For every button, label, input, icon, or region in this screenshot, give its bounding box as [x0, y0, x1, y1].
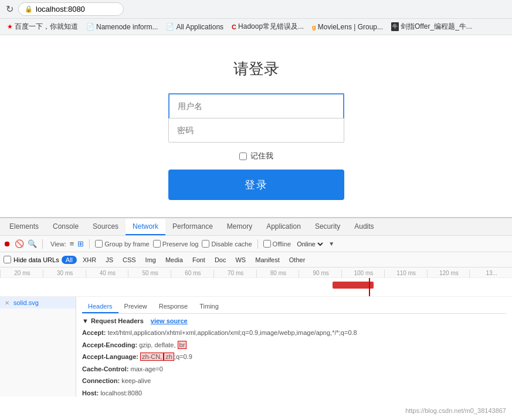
timeline-item — [333, 282, 374, 289]
filter-all[interactable]: All — [62, 256, 77, 264]
timeline-area: 20 ms 30 ms 40 ms 50 ms 60 ms 70 ms 80 m… — [0, 267, 512, 297]
preserve-log-checkbox[interactable] — [153, 240, 161, 248]
detail-tab-headers[interactable]: Headers — [82, 300, 118, 313]
filter-manifest[interactable]: Manifest — [252, 256, 283, 264]
tab-security[interactable]: Security — [308, 219, 347, 235]
url-bar[interactable]: 🔒 localhost:8080 — [18, 2, 124, 16]
bookmark-namenode[interactable]: 📄 Namenode inform... — [84, 22, 160, 32]
header-cache-control: Cache-Control: max-age=0 — [82, 363, 506, 375]
detail-tab-preview[interactable]: Preview — [118, 300, 153, 313]
filter-img[interactable]: Img — [142, 256, 160, 264]
lang-highlight-cn: zh-CN, — [140, 353, 164, 361]
separator-3 — [257, 239, 258, 249]
detail-tab-response[interactable]: Response — [153, 300, 194, 313]
doc-icon2: 📄 — [166, 23, 174, 31]
bookmark-movielens-label: MovieLens | Group... — [318, 23, 383, 31]
tick-110ms: 110 ms — [384, 270, 427, 277]
separator-1 — [42, 239, 43, 249]
jianzhi-icon: 牛 — [391, 22, 399, 31]
filter-css[interactable]: CSS — [119, 256, 140, 264]
detail-tab-timing[interactable]: Timing — [194, 300, 225, 313]
tab-network[interactable]: Network — [126, 219, 165, 235]
bookmark-jianzhi-label: 剑指Offer_编程题_牛... — [401, 22, 472, 32]
bookmark-jianzhi[interactable]: 牛 剑指Offer_编程题_牛... — [389, 21, 474, 33]
devtools-tabs: Elements Console Sources Network Perform… — [0, 218, 512, 236]
file-name: solid.svg — [13, 299, 39, 306]
filter-doc[interactable]: Doc — [211, 256, 230, 264]
reload-icon[interactable]: ↻ — [6, 4, 13, 15]
tab-elements[interactable]: Elements — [2, 219, 46, 235]
movielens-icon: g — [312, 23, 316, 31]
filter-font[interactable]: Font — [189, 256, 209, 264]
file-list: ✕ solid.svg — [0, 297, 76, 397]
tab-performance[interactable]: Performance — [165, 219, 220, 235]
remember-checkbox[interactable] — [239, 153, 247, 160]
file-item-solid-svg[interactable]: ✕ solid.svg — [0, 297, 76, 309]
doc-icon: 📄 — [86, 23, 94, 31]
page-content: 请登录 记住我 登录 — [0, 35, 512, 217]
filter-js[interactable]: JS — [102, 256, 117, 264]
filter-other[interactable]: Other — [286, 256, 309, 264]
disable-cache-option[interactable]: Disable cache — [202, 240, 252, 248]
filter-media[interactable]: Media — [162, 256, 187, 264]
close-icon[interactable]: ✕ — [5, 300, 9, 306]
view-source-link[interactable]: view source — [151, 317, 188, 324]
tick-120ms: 120 ms — [427, 270, 470, 277]
disable-cache-checkbox[interactable] — [202, 240, 209, 248]
offline-option[interactable]: Offline — [263, 240, 291, 248]
header-accept-encoding: Accept-Encoding: gzip, deflate, br — [82, 339, 506, 351]
view-label: View: — [50, 241, 66, 248]
bookmark-hadoop-label: Hadoop常见错误及... — [238, 22, 304, 32]
header-accept-language: Accept-Language: zh-CN,zh;q=0.9 — [82, 351, 506, 363]
tick-80ms: 80 ms — [256, 270, 299, 277]
bookmark-hadoop[interactable]: C Hadoop常见错误及... — [229, 21, 306, 33]
lock-icon: 🔒 — [25, 5, 33, 13]
tick-30ms: 30 ms — [43, 270, 86, 277]
password-input[interactable] — [168, 118, 344, 143]
filter-xhr[interactable]: XHR — [79, 256, 100, 264]
record-icon[interactable]: ⏺ — [4, 239, 11, 248]
tick-13x: 13... — [469, 270, 512, 277]
bookmark-baidu[interactable]: ★ 百度一下，你就知道 — [5, 21, 80, 33]
search-icon[interactable]: 🔍 — [28, 239, 37, 248]
tick-40ms: 40 ms — [86, 270, 128, 277]
hadoop-icon: C — [232, 23, 236, 31]
username-input[interactable] — [168, 93, 344, 118]
tab-console[interactable]: Console — [46, 219, 86, 235]
deflate-highlight: br — [178, 341, 187, 349]
filter-ws[interactable]: WS — [232, 256, 249, 264]
list-view-icon[interactable]: ≡ — [70, 239, 74, 248]
tab-audits[interactable]: Audits — [347, 219, 381, 235]
tab-memory[interactable]: Memory — [220, 219, 259, 235]
chevron-down-icon: ▼ — [328, 241, 334, 247]
bookmark-namenode-label: Namenode inform... — [96, 23, 158, 31]
timeline-ruler: 20 ms 30 ms 40 ms 50 ms 60 ms 70 ms 80 m… — [0, 267, 512, 278]
throttle-select[interactable]: Online — [294, 240, 325, 248]
tick-20ms: 20 ms — [0, 270, 43, 277]
page-title: 请登录 — [233, 59, 279, 79]
filter-bar: Hide data URLs All XHR JS CSS Img Media … — [0, 252, 512, 267]
tab-application[interactable]: Application — [259, 219, 308, 235]
group-by-frame-option[interactable]: Group by frame — [95, 240, 149, 248]
hide-data-urls-checkbox[interactable] — [4, 256, 11, 263]
bookmark-movielens[interactable]: g MovieLens | Group... — [310, 22, 385, 32]
tick-50ms: 50 ms — [128, 270, 171, 277]
offline-checkbox[interactable] — [263, 240, 271, 248]
tab-sources[interactable]: Sources — [86, 219, 126, 235]
baidu-icon: ★ — [7, 23, 13, 31]
group-by-frame-checkbox[interactable] — [95, 240, 103, 248]
bookmarks-bar: ★ 百度一下，你就知道 📄 Namenode inform... 📄 All A… — [0, 19, 512, 35]
login-form: 记住我 登录 — [168, 93, 344, 200]
tree-view-icon[interactable]: ⊞ — [77, 239, 84, 248]
preserve-log-option[interactable]: Preserve log — [153, 240, 199, 248]
header-connection: Connection: keep-alive — [82, 375, 506, 387]
separator-2 — [89, 239, 90, 249]
bookmark-allapps[interactable]: 📄 All Applications — [164, 22, 226, 32]
tick-70ms: 70 ms — [213, 270, 256, 277]
clear-icon[interactable]: 🚫 — [15, 239, 24, 248]
request-panel: ✕ solid.svg Headers Preview Response Tim… — [0, 297, 512, 397]
remember-row: 记住我 — [168, 151, 344, 161]
tick-100ms: 100 ms — [341, 270, 384, 277]
login-button[interactable]: 登录 — [168, 170, 344, 200]
remember-label: 记住我 — [250, 151, 273, 161]
